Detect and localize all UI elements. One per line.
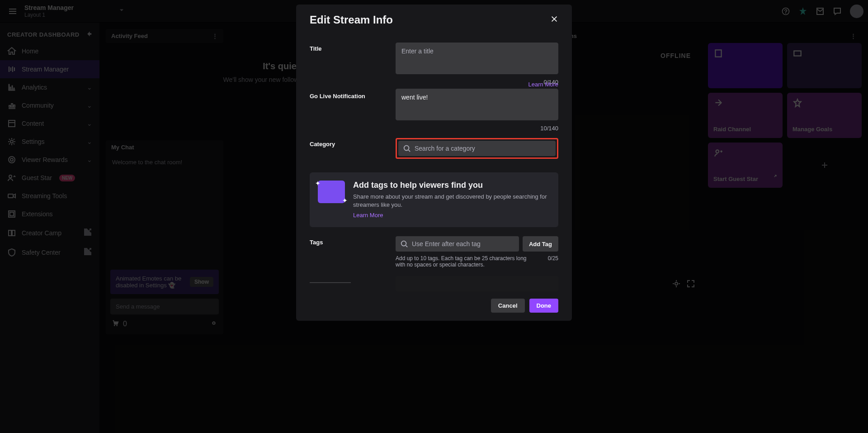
svg-point-14 [404,146,409,151]
category-search[interactable] [398,141,556,156]
search-icon [403,144,411,152]
info-desc: Share more about your stream and get dis… [353,193,550,209]
search-icon [400,240,408,248]
sparkle-icon [318,181,345,203]
notification-counter: 10/140 [396,125,558,132]
category-highlight [396,138,558,159]
tags-counter: 0/25 [548,255,558,268]
notification-input[interactable]: went live! [396,89,558,120]
close-icon[interactable] [550,15,558,25]
add-tag-button[interactable]: Add Tag [523,236,558,252]
svg-point-15 [401,241,406,246]
tags-label: Tags [310,236,396,268]
tags-hint: Add up to 10 tags. Each tag can be 25 ch… [396,255,527,268]
learn-more-link[interactable]: Learn More [528,81,558,88]
title-label: Title [310,43,396,86]
done-button[interactable]: Done [529,299,559,313]
modal-overlay[interactable]: Edit Stream Info Title 0/140 Go Live Not… [0,0,868,433]
edit-stream-info-modal: Edit Stream Info Title 0/140 Go Live Not… [296,5,572,321]
info-heading: Add tags to help viewers find you [353,181,550,190]
tags-search[interactable] [396,236,519,252]
notification-label: Go Live Notification [310,93,365,100]
learn-more-link[interactable]: Learn More [353,212,383,219]
modal-title: Edit Stream Info [310,14,393,26]
title-input[interactable] [396,43,558,74]
tags-info-card: Add tags to help viewers find you Share … [310,172,558,227]
category-label: Category [310,138,396,159]
cancel-button[interactable]: Cancel [491,299,525,313]
tags-input[interactable] [412,240,514,247]
category-input[interactable] [415,145,551,152]
